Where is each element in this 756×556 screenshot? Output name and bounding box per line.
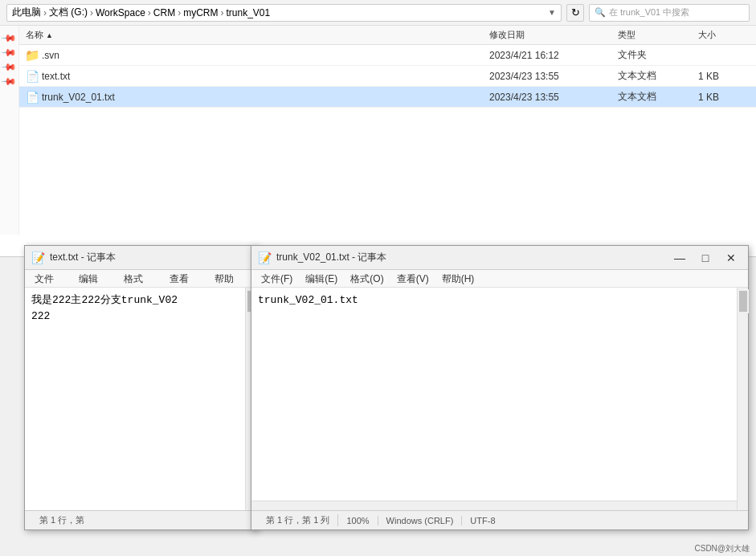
file-type: 文本文档 (611, 90, 692, 104)
pin-icon-4[interactable]: 📌 (1, 73, 18, 90)
file-name-text: text.txt (42, 71, 70, 82)
folder-icon: 📁 (26, 49, 39, 62)
file-type: 文件夹 (611, 48, 692, 62)
file-type: 文本文档 (611, 69, 692, 83)
file-row-svn[interactable]: 📁 .svn 2023/4/21 16:12 文件夹 (19, 45, 756, 66)
breadcrumb-part: myCRM (183, 7, 218, 18)
notepad-titlebar-2: 📝 trunk_V02_01.txt - 记事本 — □ ✕ (251, 246, 748, 270)
breadcrumb-part: 此电脑 (12, 6, 41, 19)
menu-edit-1[interactable]: 编辑(E) (72, 270, 117, 288)
watermark: CSDN@刘大雄 (695, 543, 750, 554)
breadcrumb-dropdown-icon[interactable]: ▼ (548, 8, 556, 17)
notepad-statusbar-1: 第 1 行，第 (25, 510, 256, 529)
notepad-titlebar-1: 📝 text.txt - 记事本 (25, 246, 256, 270)
file-modified: 2023/4/21 16:12 (483, 50, 611, 61)
notepad-icon-2: 📝 (258, 251, 272, 264)
notepad-menubar-2: 文件(F) 编辑(E) 格式(O) 查看(V) 帮助(H) (251, 270, 748, 288)
menu-file-1[interactable]: 文件(F) (28, 270, 72, 288)
file-name-text: 📄 text.txt (19, 70, 483, 83)
scrollbar-vertical-2[interactable] (737, 288, 748, 512)
notepad-title-text-2: trunk_V02_01.txt - 记事本 (276, 251, 664, 264)
explorer-titlebar: 此电脑 › 文档 (G:) › WorkSpace › CRM › myCRM … (0, 0, 756, 26)
menu-edit-2[interactable]: 编辑(E) (299, 270, 344, 288)
search-input[interactable]: 🔍 在 trunk_V01 中搜索 (589, 4, 750, 22)
file-size: 1 KB (692, 71, 756, 82)
txt-blue-icon: 📄 (26, 91, 39, 104)
explorer-content: 📌 📌 📌 📌 名称 ▲ 修改日期 类型 大小 (0, 26, 756, 235)
file-pane: 名称 ▲ 修改日期 类型 大小 📁 .svn 2023/ (19, 26, 756, 235)
col-name[interactable]: 名称 ▲ (19, 29, 483, 41)
file-name-svn: 📁 .svn (19, 49, 483, 62)
file-name-trunk: 📄 trunk_V02_01.txt (19, 91, 483, 104)
statusbar-zoom-2: 100% (338, 516, 378, 525)
search-icon: 🔍 (595, 7, 606, 18)
search-placeholder: 在 trunk_V01 中搜索 (609, 6, 689, 18)
scrollbar-thumb-2[interactable] (738, 289, 749, 313)
file-row-text[interactable]: 📄 text.txt 2023/4/23 13:55 文本文档 1 KB (19, 66, 756, 87)
file-size: 1 KB (692, 92, 756, 103)
refresh-button[interactable]: ↻ (566, 4, 584, 22)
breadcrumb-part: WorkSpace (96, 7, 145, 18)
statusbar-position-1: 第 1 行，第 (31, 514, 92, 526)
file-name-text: trunk_V02_01.txt (42, 92, 115, 103)
notepad-menubar-1: 文件(F) 编辑(E) 格式(O) 查看(V) 帮助(H) (25, 270, 256, 288)
file-list-header: 名称 ▲ 修改日期 类型 大小 (19, 26, 756, 45)
notepad-editor-2[interactable]: trunk_V02_01.txt (251, 288, 737, 512)
menu-help-1[interactable]: 帮助(H) (208, 270, 253, 288)
notepad-window-2: 📝 trunk_V02_01.txt - 记事本 — □ ✕ 文件(F) 编辑(… (251, 245, 749, 530)
notepad-title-text-1: text.txt - 记事本 (50, 251, 250, 264)
notepad-window-1: 📝 text.txt - 记事本 文件(F) 编辑(E) 格式(O) 查看(V)… (24, 245, 257, 530)
file-explorer: 此电脑 › 文档 (G:) › WorkSpace › CRM › myCRM … (0, 0, 756, 257)
menu-help-2[interactable]: 帮助(H) (435, 270, 481, 288)
maximize-button-2[interactable]: □ (695, 250, 716, 266)
statusbar-encoding-2: Windows (CRLF) (378, 516, 463, 525)
breadcrumb-part: CRM (153, 7, 175, 18)
menu-format-1[interactable]: 格式(O) (117, 270, 163, 288)
txt-red-icon: 📄 (26, 70, 39, 83)
notepad-icon-1: 📝 (31, 251, 45, 264)
minimize-button-2[interactable]: — (669, 250, 690, 266)
file-modified: 2023/4/23 13:55 (483, 92, 611, 103)
close-button-2[interactable]: ✕ (721, 250, 742, 266)
col-size[interactable]: 大小 (692, 29, 756, 41)
breadcrumb-part: 文档 (G:) (49, 6, 88, 19)
menu-file-2[interactable]: 文件(F) (255, 270, 299, 288)
notepad-editor-1[interactable]: 我是222主222分支trunk_V02 222 (25, 288, 245, 512)
statusbar-charset-2: UTF-8 (462, 516, 503, 525)
menu-view-2[interactable]: 查看(V) (390, 270, 435, 288)
col-modified[interactable]: 修改日期 (483, 29, 611, 41)
menu-view-1[interactable]: 查看(V) (163, 270, 208, 288)
breadcrumb-part: trunk_V01 (226, 7, 270, 18)
file-name-text: .svn (42, 50, 59, 61)
statusbar-position-2: 第 1 行，第 1 列 (258, 514, 338, 526)
menu-format-2[interactable]: 格式(O) (344, 270, 390, 288)
col-type[interactable]: 类型 (611, 29, 692, 41)
sidebar-pins: 📌 📌 📌 📌 (0, 26, 19, 235)
sort-icon: ▲ (46, 31, 53, 39)
file-modified: 2023/4/23 13:55 (483, 71, 611, 82)
breadcrumb[interactable]: 此电脑 › 文档 (G:) › WorkSpace › CRM › myCRM … (6, 4, 562, 22)
notepad-statusbar-2: 第 1 行，第 1 列 100% Windows (CRLF) UTF-8 (251, 510, 748, 529)
file-row-trunk[interactable]: 📄 trunk_V02_01.txt 2023/4/23 13:55 文本文档 … (19, 87, 756, 108)
